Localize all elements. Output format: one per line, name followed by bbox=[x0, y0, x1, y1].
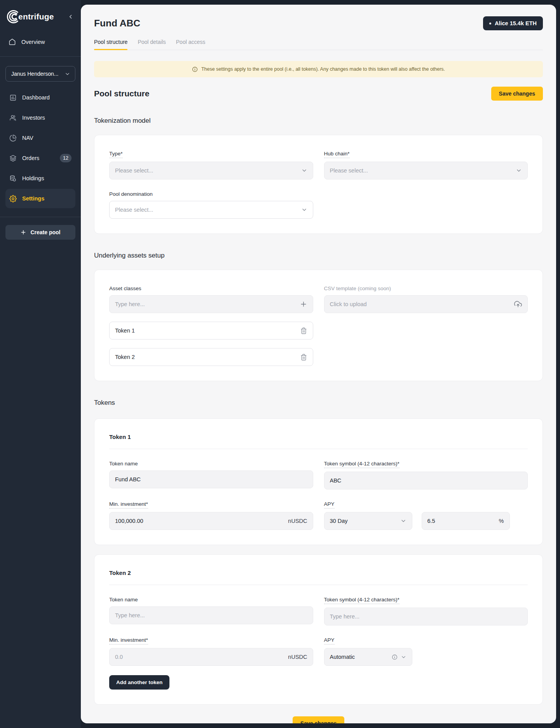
tokens-section-title: Tokens bbox=[94, 399, 543, 407]
sidebar: entrifuge Overview Janus Henderson... Da… bbox=[0, 0, 81, 728]
token1-name-input[interactable] bbox=[115, 476, 307, 482]
status-dot-icon bbox=[489, 23, 491, 24]
divider bbox=[109, 449, 528, 449]
hub-chain-select[interactable]: Please select... bbox=[324, 162, 528, 179]
gear-icon bbox=[9, 195, 17, 202]
asset-class-name: Token 2 bbox=[115, 354, 135, 360]
csv-upload-field[interactable]: Click to upload bbox=[324, 295, 528, 313]
assets-section-title: Underlying assets setup bbox=[94, 252, 543, 260]
sidebar-nav: Dashboard Investors NAV Orders 12 Hold bbox=[0, 88, 81, 208]
apy-period-value: 30 Day bbox=[330, 518, 348, 524]
logo-text: entrifuge bbox=[18, 12, 54, 21]
token2-apy-mode-select[interactable]: Automatic bbox=[324, 648, 412, 666]
sidebar-collapse-icon[interactable] bbox=[68, 14, 74, 20]
token1-title: Token 1 bbox=[109, 434, 528, 440]
sidebar-item-label: Investors bbox=[22, 115, 45, 121]
org-selector[interactable]: Janus Henderson... bbox=[5, 66, 75, 82]
wallet-badge[interactable]: Alice 15.4k ETH bbox=[483, 16, 543, 30]
token1-symbol-input[interactable] bbox=[330, 477, 522, 484]
save-changes-button-bottom[interactable]: Save changes bbox=[293, 716, 344, 723]
add-another-token-button[interactable]: Add another token bbox=[109, 675, 169, 690]
info-banner: These settings apply to the entire pool … bbox=[94, 61, 543, 77]
investors-icon bbox=[9, 114, 17, 122]
sidebar-item-nav[interactable]: NAV bbox=[5, 128, 75, 148]
asset-classes-label: Asset classes bbox=[109, 286, 141, 291]
info-icon bbox=[392, 654, 398, 660]
token2-symbol-input[interactable] bbox=[330, 613, 522, 620]
sidebar-item-label: Dashboard bbox=[22, 94, 50, 101]
active-tab-underline bbox=[94, 49, 127, 50]
csv-upload-placeholder: Click to upload bbox=[330, 301, 511, 307]
token1-name-label: Token name bbox=[109, 461, 138, 467]
token2-symbol-field bbox=[324, 608, 528, 625]
sidebar-item-investors[interactable]: Investors bbox=[5, 108, 75, 127]
token2-min-investment-input[interactable] bbox=[115, 654, 284, 660]
token2-name-label: Token name bbox=[109, 597, 138, 603]
orders-count-badge: 12 bbox=[60, 154, 72, 162]
tokenization-section-title: Tokenization model bbox=[94, 117, 543, 125]
info-icon bbox=[192, 66, 198, 72]
token1-apy-period-select[interactable]: 30 Day bbox=[324, 512, 412, 530]
hub-chain-label: Hub chain* bbox=[324, 151, 350, 158]
main-panel: Fund ABC Alice 15.4k ETH Pool structure … bbox=[81, 5, 556, 723]
tab-label: Pool access bbox=[176, 39, 205, 45]
add-asset-class-plus-icon[interactable] bbox=[300, 300, 307, 308]
tab-pool-access[interactable]: Pool access bbox=[176, 39, 205, 50]
currency-suffix: nUSDC bbox=[288, 654, 307, 660]
wallet-badge-label: Alice 15.4k ETH bbox=[495, 20, 537, 26]
token2-apy-label: APY bbox=[324, 637, 335, 644]
section-heading: Pool structure bbox=[94, 89, 149, 98]
pool-denomination-label: Pool denomination bbox=[109, 191, 153, 197]
percent-suffix: % bbox=[499, 518, 504, 524]
pool-denomination-select[interactable]: Please select... bbox=[109, 201, 313, 219]
sidebar-item-overview[interactable]: Overview bbox=[0, 38, 81, 45]
token1-apy-value-field: % bbox=[422, 512, 510, 530]
plus-icon bbox=[20, 229, 26, 235]
sidebar-item-settings[interactable]: Settings bbox=[5, 189, 75, 208]
token1-apy-label: APY bbox=[324, 501, 335, 509]
pie-chart-icon bbox=[9, 134, 17, 142]
sidebar-item-label: Settings bbox=[22, 195, 44, 202]
tab-pool-details[interactable]: Pool details bbox=[138, 39, 166, 50]
org-selector-value: Janus Henderson... bbox=[11, 71, 58, 77]
token2-name-field bbox=[109, 606, 313, 624]
token1-min-investment-input[interactable] bbox=[115, 518, 284, 524]
type-select-value: Please select... bbox=[115, 167, 153, 174]
token2-title: Token 2 bbox=[109, 570, 528, 576]
tab-pool-structure[interactable]: Pool structure bbox=[94, 39, 127, 50]
home-icon bbox=[9, 38, 16, 45]
create-pool-label: Create pool bbox=[30, 229, 60, 235]
create-pool-button[interactable]: Create pool bbox=[5, 225, 75, 240]
token2-name-input[interactable] bbox=[115, 612, 307, 618]
sidebar-item-orders[interactable]: Orders 12 bbox=[5, 148, 75, 168]
centrifuge-logo[interactable]: entrifuge bbox=[5, 9, 54, 24]
asset-class-name: Token 1 bbox=[115, 327, 135, 334]
sidebar-item-label: Orders bbox=[22, 155, 39, 161]
divider bbox=[109, 585, 528, 585]
token2-min-investment-label: Min. investment* bbox=[109, 637, 148, 644]
asset-class-input-wrap bbox=[109, 295, 313, 313]
token1-symbol-label: Token symbol (4-12 characters)* bbox=[324, 461, 400, 468]
currency-suffix: nUSDC bbox=[288, 518, 307, 524]
upload-cloud-icon bbox=[514, 300, 522, 308]
asset-class-row-token2: Token 2 bbox=[109, 348, 313, 366]
token1-apy-value-input[interactable] bbox=[427, 518, 495, 524]
type-label: Type* bbox=[109, 151, 123, 158]
pool-denomination-select-value: Please select... bbox=[115, 207, 153, 213]
token1-card: Token 1 Token name Token symbol (4-12 ch… bbox=[94, 418, 543, 545]
token1-symbol-field bbox=[324, 472, 528, 489]
delete-asset-trash-icon[interactable] bbox=[300, 327, 307, 334]
token2-min-investment-field: nUSDC bbox=[109, 648, 313, 666]
sidebar-item-holdings[interactable]: Holdings bbox=[5, 169, 75, 188]
token2-symbol-label: Token symbol (4-12 characters)* bbox=[324, 597, 400, 604]
sidebar-item-dashboard[interactable]: Dashboard bbox=[5, 88, 75, 107]
type-select[interactable]: Please select... bbox=[109, 162, 313, 179]
csv-template-label: CSV template (coming soon) bbox=[324, 286, 391, 291]
tab-bar: Pool structure Pool details Pool access bbox=[94, 39, 543, 50]
save-changes-button-top[interactable]: Save changes bbox=[491, 87, 543, 101]
chevron-down-icon bbox=[401, 654, 406, 660]
chevron-down-icon bbox=[516, 167, 522, 174]
delete-asset-trash-icon[interactable] bbox=[300, 354, 307, 361]
apy-mode-value: Automatic bbox=[330, 654, 355, 660]
asset-class-input[interactable] bbox=[115, 301, 296, 307]
